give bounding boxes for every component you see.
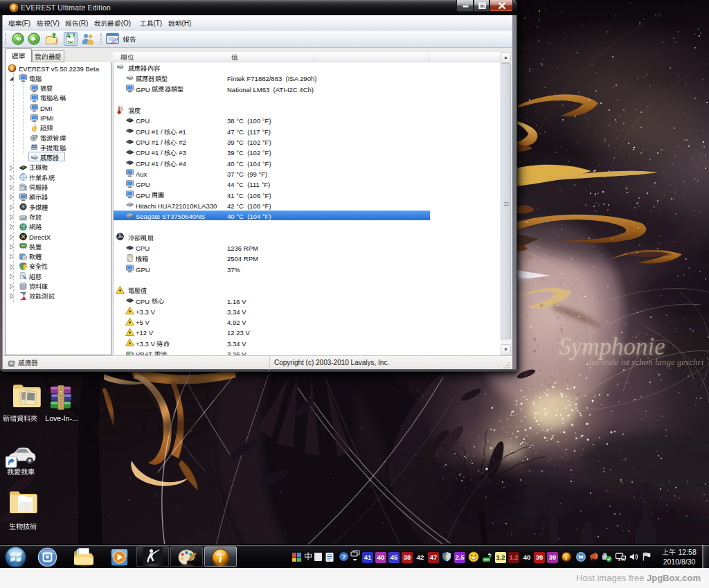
svg-text:i: i: [13, 5, 15, 12]
svg-text:?: ?: [342, 553, 346, 560]
svg-text:das ende ist schon lange gesch: das ende ist schon lange geschri: [587, 357, 704, 367]
